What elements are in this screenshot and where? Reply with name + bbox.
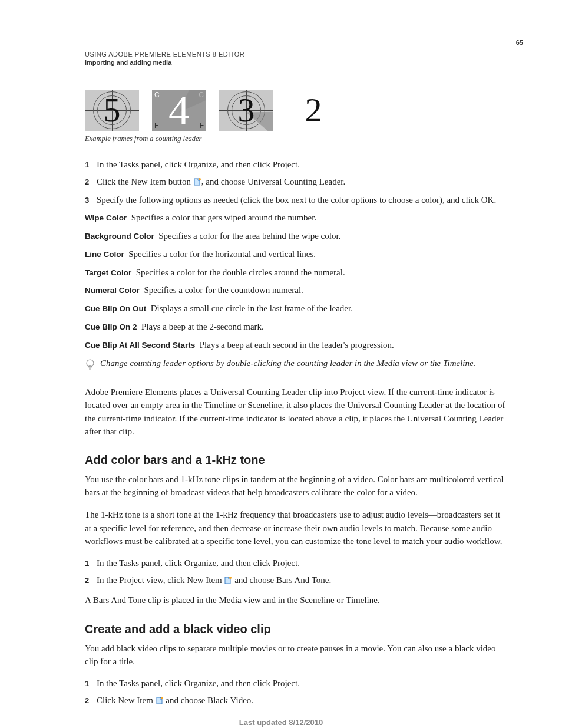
frame-4: CC FF 4 (152, 90, 206, 131)
frame-5: 5 (85, 90, 139, 131)
running-title: USING ADOBE PREMIERE ELEMENTS 8 EDITOR (85, 51, 505, 58)
def-numeral-color: Numeral Color Specifies a color for the … (85, 284, 505, 297)
def-cue-blip-all-seconds: Cue Blip At All Second Starts Plays a be… (85, 339, 505, 352)
step-text: Specify the following options as needed … (97, 194, 505, 207)
svg-point-1 (199, 178, 201, 180)
paragraph: You add black video clips to separate mu… (85, 642, 505, 668)
def-background-color: Background Color Specifies a color for t… (85, 230, 505, 243)
tip-row: Change counting leader options by double… (85, 357, 505, 375)
frame-2: 2 (286, 90, 340, 131)
frames-caption: Example frames from a counting leader (85, 134, 505, 143)
counting-leader-frames: 5 CC FF 4 3 2 (85, 90, 505, 131)
lightbulb-icon (85, 357, 95, 375)
step-c1: 1In the Tasks panel, click Organize, and… (85, 677, 505, 690)
new-item-icon (224, 575, 232, 588)
step-1: 1In the Tasks panel, click Organize, and… (85, 159, 505, 172)
header-rule (523, 48, 523, 68)
def-cue-blip-on-out: Cue Blip On Out Displays a small cue cir… (85, 302, 505, 315)
footer-updated: Last updated 8/12/2010 (0, 718, 562, 727)
tip-text: Change counting leader options by double… (100, 357, 475, 370)
step-text: Click the New Item button , and choose U… (97, 176, 505, 190)
page-number: 65 (516, 39, 523, 46)
paragraph: The 1-kHz tone is a short tone at the 1-… (85, 508, 505, 548)
step-b1: 1In the Tasks panel, click Organize, and… (85, 557, 505, 570)
def-line-color: Line Color Specifies a color for the hor… (85, 248, 505, 261)
heading-black-video: Create and add a black video clip (85, 622, 505, 636)
frame-3: 3 (219, 90, 273, 131)
step-2: 2 Click the New Item button , and choose… (85, 176, 505, 190)
new-item-icon (156, 696, 164, 709)
paragraph: You use the color bars and 1-kHz tone cl… (85, 473, 505, 499)
paragraph: Adobe Premiere Elements places a Univers… (85, 386, 505, 438)
new-item-icon (193, 177, 201, 190)
svg-point-6 (161, 697, 163, 699)
def-target-color: Target Color Specifies a color for the d… (85, 266, 505, 279)
paragraph: A Bars And Tone clip is placed in the Me… (85, 594, 505, 607)
page: USING ADOBE PREMIERE ELEMENTS 8 EDITOR I… (0, 0, 562, 728)
running-subtitle: Importing and adding media (85, 59, 505, 66)
page-header: USING ADOBE PREMIERE ELEMENTS 8 EDITOR I… (85, 51, 505, 66)
def-wipe-color: Wipe Color Specifies a color that gets w… (85, 212, 505, 225)
step-b2: 2 In the Project view, click New Item an… (85, 574, 505, 588)
svg-point-4 (229, 577, 232, 579)
step-text: In the Tasks panel, click Organize, and … (97, 159, 505, 172)
step-c2: 2 Click New Item and choose Black Video. (85, 694, 505, 709)
def-cue-blip-on-2: Cue Blip On 2 Plays a beep at the 2-seco… (85, 321, 505, 334)
heading-color-bars: Add color bars and a 1-kHz tone (85, 453, 505, 467)
step-3: 3Specify the following options as needed… (85, 194, 505, 207)
